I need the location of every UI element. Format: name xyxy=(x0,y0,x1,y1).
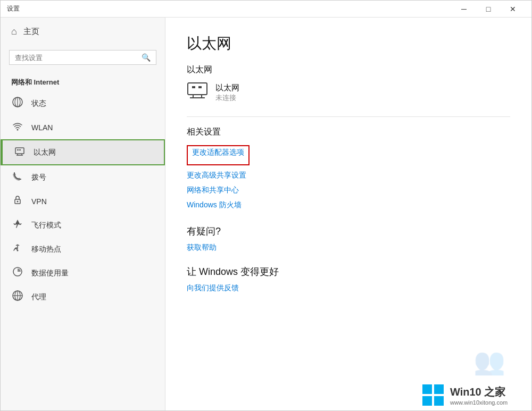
sidebar-item-status[interactable]: 状态 xyxy=(1,91,165,115)
page-title: 以太网 xyxy=(187,33,510,54)
sidebar-label-dial: 拨号 xyxy=(31,173,46,182)
main-content: ⌂ 主页 🔍 网络和 Internet 状态 xyxy=(1,18,531,410)
faq-help-link[interactable]: 获取帮助 xyxy=(187,243,510,253)
sidebar-label-status: 状态 xyxy=(31,99,46,108)
svg-rect-25 xyxy=(192,86,195,88)
settings-window: 设置 ─ □ ✕ ⌂ 主页 🔍 网络和 Internet xyxy=(0,0,532,411)
svg-point-11 xyxy=(17,201,19,203)
faq-section: 有疑问? 获取帮助 xyxy=(187,225,510,253)
svg-rect-9 xyxy=(19,149,21,150)
sidebar-label-hotspot: 移动热点 xyxy=(31,245,61,254)
sidebar-item-hotspot[interactable]: 移动热点 xyxy=(1,237,165,261)
ethernet-info: 以太网 未连接 xyxy=(215,83,239,103)
search-input[interactable] xyxy=(15,54,142,62)
svg-rect-27 xyxy=(422,384,432,394)
link-firewall[interactable]: Windows 防火墙 xyxy=(187,200,510,210)
svg-point-3 xyxy=(17,129,19,131)
win10-logo-icon xyxy=(421,383,445,407)
window-controls: ─ □ ✕ xyxy=(452,1,525,18)
dial-icon xyxy=(11,171,24,184)
hotspot-icon xyxy=(11,242,24,256)
vpn-icon xyxy=(11,195,24,208)
sidebar-label-proxy: 代理 xyxy=(31,292,46,302)
svg-rect-8 xyxy=(17,149,19,150)
related-settings-title: 相关设置 xyxy=(187,127,510,138)
ethernet-status-row: 以太网 未连接 xyxy=(187,82,510,104)
sidebar: ⌂ 主页 🔍 网络和 Internet 状态 xyxy=(1,18,165,410)
svg-rect-30 xyxy=(434,396,444,406)
improve-feedback-link[interactable]: 向我们提供反馈 xyxy=(187,283,510,293)
link-network-center[interactable]: 网络和共享中心 xyxy=(187,186,510,195)
search-box: 🔍 xyxy=(9,50,156,65)
sidebar-item-airplane[interactable]: 飞行模式 xyxy=(1,213,165,237)
ethernet-name: 以太网 xyxy=(215,83,239,93)
sidebar-item-ethernet[interactable]: 以太网 xyxy=(1,139,165,165)
minimize-button[interactable]: ─ xyxy=(452,1,476,18)
ethernet-status: 未连接 xyxy=(215,93,239,103)
improve-title: 让 Windows 变得更好 xyxy=(187,265,510,278)
close-button[interactable]: ✕ xyxy=(501,1,525,18)
sidebar-label-wlan: WLAN xyxy=(31,123,53,132)
svg-rect-29 xyxy=(422,396,432,406)
maximize-button[interactable]: □ xyxy=(476,1,501,18)
sidebar-item-proxy[interactable]: 代理 xyxy=(1,285,165,309)
link-adapter-options[interactable]: 更改适配器选项 xyxy=(192,148,244,157)
faq-title: 有疑问? xyxy=(187,225,510,238)
sidebar-item-dial[interactable]: 拨号 xyxy=(1,165,165,189)
sidebar-item-vpn[interactable]: VPN xyxy=(1,189,165,213)
sidebar-item-wlan[interactable]: WLAN xyxy=(1,115,165,139)
watermark-badge: Win10 之家 www.win10xitong.com xyxy=(415,379,532,411)
svg-rect-4 xyxy=(15,148,24,154)
link-sharing-settings[interactable]: 更改高级共享设置 xyxy=(187,171,510,180)
data-usage-icon xyxy=(11,266,24,280)
proxy-icon xyxy=(11,290,24,304)
ethernet-section-title: 以太网 xyxy=(187,64,510,76)
svg-rect-21 xyxy=(188,83,207,95)
divider-1 xyxy=(187,116,510,117)
sidebar-item-home[interactable]: ⌂ 主页 xyxy=(1,18,165,46)
home-icon: ⌂ xyxy=(11,26,17,37)
watermark-text: Win10 之家 www.win10xitong.com xyxy=(450,385,508,406)
improve-section: 让 Windows 变得更好 向我们提供反馈 xyxy=(187,265,510,293)
svg-rect-28 xyxy=(434,384,444,394)
window-title: 设置 xyxy=(7,4,452,13)
home-label: 主页 xyxy=(23,27,39,37)
sidebar-label-ethernet: 以太网 xyxy=(34,148,56,157)
ethernet-large-icon xyxy=(187,82,208,104)
sidebar-label-airplane: 飞行模式 xyxy=(31,221,61,230)
sidebar-label-data-usage: 数据使用量 xyxy=(31,269,69,278)
search-icon: 🔍 xyxy=(142,53,151,62)
status-icon xyxy=(11,97,24,110)
sidebar-item-data-usage[interactable]: 数据使用量 xyxy=(1,261,165,285)
svg-point-12 xyxy=(17,250,19,251)
wlan-icon xyxy=(11,121,24,134)
watermark-title: Win10 之家 xyxy=(450,385,508,399)
watermark-url: www.win10xitong.com xyxy=(450,399,508,406)
sidebar-label-vpn: VPN xyxy=(31,197,47,206)
svg-rect-26 xyxy=(198,86,202,88)
airplane-icon xyxy=(11,219,24,232)
people-decoration: 👥 xyxy=(473,347,505,376)
ethernet-icon xyxy=(13,146,26,159)
sidebar-section-label: 网络和 Internet xyxy=(1,73,165,91)
title-bar: 设置 ─ □ ✕ xyxy=(1,1,531,18)
